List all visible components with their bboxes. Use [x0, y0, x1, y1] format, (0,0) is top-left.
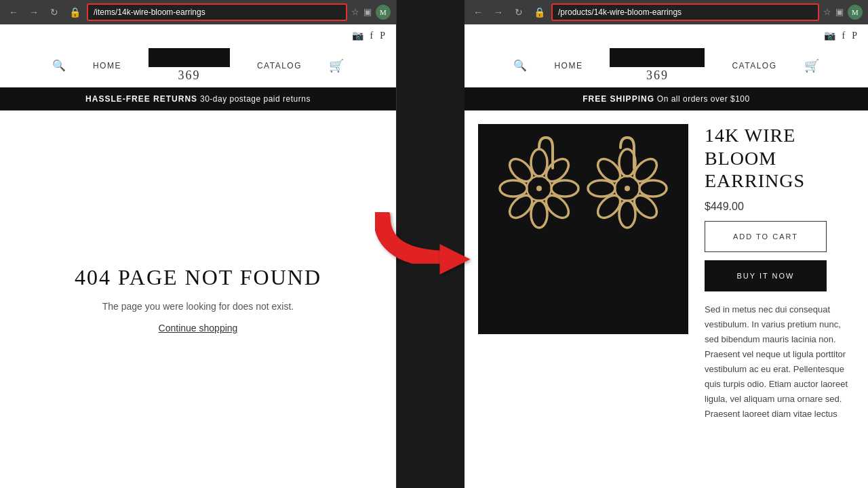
right-url-text: /products/14k-wire-bloom-earrings: [558, 7, 682, 17]
svg-point-20: [625, 186, 630, 191]
right-home-link[interactable]: HOME: [554, 61, 583, 70]
product-page: 14K WIRE BLOOM EARRINGS $449.00 ADD TO C…: [465, 110, 868, 488]
left-logo: 369: [149, 48, 230, 83]
left-promo-banner: HASSLE-FREE RETURNS 30-day postage paid …: [0, 87, 396, 110]
right-logo-number: 369: [646, 68, 669, 83]
right-facebook-icon[interactable]: f: [842, 30, 846, 41]
right-pinterest-icon[interactable]: P: [852, 30, 857, 41]
right-reload-button[interactable]: ↻: [511, 4, 527, 20]
right-search-icon[interactable]: 🔍: [513, 59, 527, 72]
svg-point-17: [588, 180, 615, 197]
right-browser-icons: ☆ ▣ M: [823, 5, 863, 20]
svg-marker-0: [440, 244, 471, 274]
right-banner-text: On all orders over $100: [657, 94, 750, 104]
product-description: Sed in metus nec dui consequat vestibulu…: [705, 302, 854, 422]
instagram-icon[interactable]: 📷: [352, 30, 363, 41]
right-address-bar[interactable]: /products/14k-wire-bloom-earrings: [551, 3, 819, 21]
redirect-arrow: [370, 203, 492, 285]
right-forward-button[interactable]: →: [490, 4, 507, 20]
right-cart-icon[interactable]: 🛒: [804, 58, 819, 73]
left-catalog-link[interactable]: CATALOG: [257, 61, 302, 70]
right-profile-icon[interactable]: M: [848, 5, 863, 20]
left-site-content: 📷 f P 🔍 HOME 369 CATALOG 🛒 HASSLE-FREE R…: [0, 24, 396, 488]
svg-point-3: [551, 180, 578, 197]
product-info: 14K WIRE BLOOM EARRINGS $449.00 ADD TO C…: [705, 124, 854, 474]
back-button[interactable]: ←: [5, 4, 22, 20]
right-promo-banner: FREE SHIPPING On all orders over $100: [465, 87, 868, 110]
svg-point-5: [531, 201, 547, 228]
left-cart-icon[interactable]: 🛒: [329, 58, 344, 73]
svg-point-10: [536, 186, 542, 191]
svg-point-13: [639, 180, 667, 197]
svg-point-7: [500, 180, 527, 197]
buy-now-button[interactable]: BUY IT NOW: [705, 260, 827, 291]
svg-point-1: [531, 149, 547, 176]
forward-button[interactable]: →: [26, 4, 42, 20]
right-catalog-link[interactable]: CATALOG: [732, 61, 776, 70]
product-title: 14K WIRE BLOOM EARRINGS: [705, 124, 854, 192]
reload-button[interactable]: ↻: [46, 4, 62, 20]
right-lock-icon: 🔒: [531, 4, 547, 20]
left-social-bar: 📷 f P: [0, 24, 396, 44]
continue-shopping-link[interactable]: Continue shopping: [159, 323, 238, 333]
left-logo-bar: [149, 48, 230, 67]
star-icon[interactable]: ☆: [351, 7, 359, 18]
right-browser: ← → ↻ 🔒 /products/14k-wire-bloom-earring…: [465, 0, 868, 488]
product-price: $449.00: [705, 201, 854, 213]
left-browser: ← → ↻ 🔒 /items/14k-wire-bloom-earrings ☆…: [0, 0, 397, 488]
right-back-button[interactable]: ←: [470, 4, 486, 20]
right-site-content: 📷 f P 🔍 HOME 369 CATALOG 🛒 FREE SHIPPING…: [465, 24, 868, 488]
pinterest-icon[interactable]: P: [380, 30, 385, 41]
right-star-icon[interactable]: ☆: [823, 7, 831, 18]
404-title: 404 PAGE NOT FOUND: [75, 265, 321, 290]
left-home-link[interactable]: HOME: [93, 61, 121, 70]
left-address-bar[interactable]: /items/14k-wire-bloom-earrings: [87, 3, 347, 21]
add-to-cart-button[interactable]: ADD TO CART: [705, 221, 827, 252]
404-subtitle: The page you were looking for does not e…: [102, 301, 294, 312]
left-toolbar: ← → ↻ 🔒 /items/14k-wire-bloom-earrings ☆…: [0, 0, 396, 24]
earrings-svg: [485, 134, 682, 324]
lock-icon: 🔒: [66, 4, 83, 20]
left-search-icon[interactable]: 🔍: [52, 59, 66, 72]
right-social-bar: 📷 f P: [465, 24, 868, 44]
right-toolbar: ← → ↻ 🔒 /products/14k-wire-bloom-earring…: [465, 0, 868, 24]
page-404-content: 404 PAGE NOT FOUND The page you were loo…: [0, 110, 396, 488]
right-logo-bar: [610, 48, 705, 67]
left-nav-bar: 🔍 HOME 369 CATALOG 🛒: [0, 44, 396, 87]
right-banner-bold: FREE SHIPPING: [583, 94, 654, 104]
right-extensions-icon[interactable]: ▣: [835, 7, 844, 18]
facebook-icon[interactable]: f: [370, 30, 374, 41]
left-url-text: /items/14k-wire-bloom-earrings: [94, 7, 205, 17]
right-logo: 369: [610, 48, 705, 83]
right-nav-bar: 🔍 HOME 369 CATALOG 🛒: [465, 44, 868, 87]
product-image: [478, 124, 688, 334]
left-logo-number: 369: [178, 68, 200, 83]
left-browser-icons: ☆ ▣ M: [351, 5, 391, 20]
profile-icon[interactable]: M: [376, 5, 391, 20]
extensions-icon[interactable]: ▣: [363, 7, 372, 18]
right-instagram-icon[interactable]: 📷: [824, 30, 835, 41]
left-banner-text: 30-day postage paid returns: [200, 94, 311, 104]
arrow-container: [397, 0, 465, 488]
left-banner-bold: HASSLE-FREE RETURNS: [85, 94, 197, 104]
svg-point-15: [619, 201, 635, 228]
